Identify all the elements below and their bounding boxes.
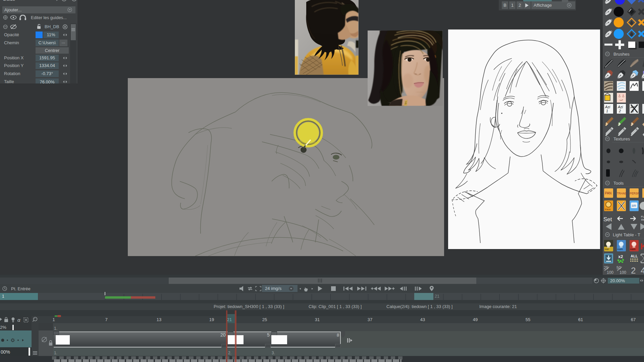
- svg-text:4: 4: [641, 265, 644, 276]
- svg-text:trace: trace: [605, 208, 611, 211]
- svg-text:sm: sm: [632, 204, 636, 207]
- svg-text:5: 5: [611, 18, 612, 21]
- svg-text:α: α: [17, 317, 20, 323]
- svg-text:00%: 00%: [1, 349, 10, 355]
- svg-text:2%: 2%: [0, 325, 6, 330]
- svg-text:2: 2: [619, 109, 621, 113]
- svg-text:100: 100: [620, 270, 626, 275]
- svg-text:100: 100: [607, 270, 613, 275]
- svg-text:Brushes: Brushes: [613, 52, 630, 57]
- svg-text:inst: inst: [605, 248, 609, 251]
- svg-text:6: 6: [611, 30, 612, 33]
- svg-text:Azi: Azi: [618, 105, 623, 109]
- svg-text:SW: SW: [641, 218, 644, 221]
- svg-text:Set: Set: [603, 216, 612, 223]
- svg-text:Azi: Azi: [605, 105, 610, 109]
- svg-text:TRANS: TRANS: [617, 192, 627, 195]
- svg-text:PERSP: PERSP: [630, 192, 640, 195]
- svg-text:mark: mark: [617, 248, 623, 251]
- svg-text:1: 1: [606, 109, 608, 113]
- svg-text:4: 4: [611, 8, 612, 11]
- svg-text:PAN: PAN: [605, 191, 612, 195]
- svg-text:ALL: ALL: [631, 254, 638, 258]
- svg-text:Light Table - T: Light Table - T: [613, 232, 640, 237]
- svg-text:mark: mark: [630, 248, 636, 251]
- svg-text:Tools: Tools: [613, 181, 624, 186]
- svg-text:FL: FL: [641, 215, 644, 218]
- svg-text:K: K: [640, 241, 644, 251]
- svg-text:2: 2: [631, 265, 636, 276]
- svg-text:x2: x2: [618, 254, 623, 259]
- svg-text:Textures: Textures: [613, 136, 630, 141]
